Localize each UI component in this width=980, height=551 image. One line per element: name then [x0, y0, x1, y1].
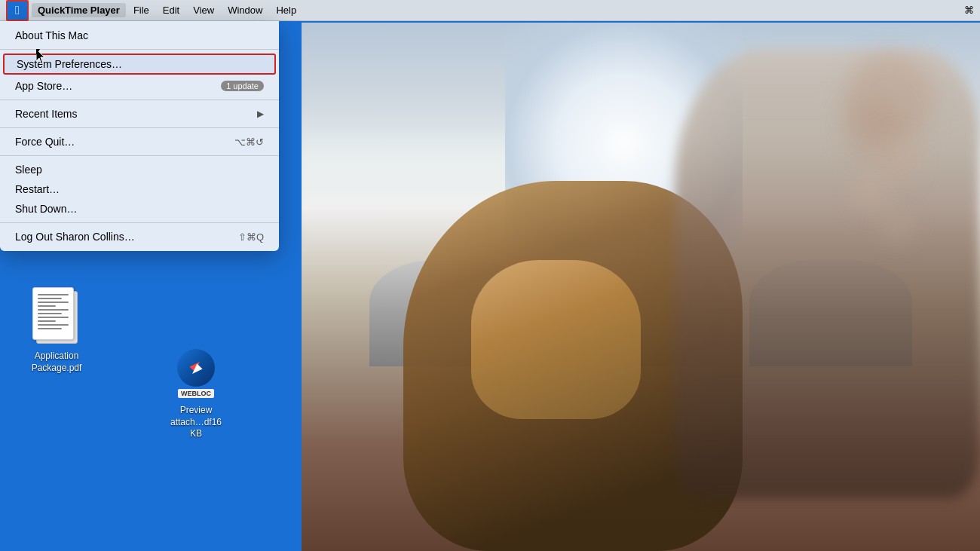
wifi-icon[interactable]: ⌘ — [964, 5, 974, 16]
menu-item-shutdown[interactable]: Shut Down… — [0, 199, 279, 219]
pdf-icon-label: Application Package.pdf — [23, 349, 90, 375]
menu-item-restart[interactable]: Restart… — [0, 179, 279, 199]
desktop-icon-preview-attach[interactable]: WEBLOC Previewattach…df16 KB — [162, 339, 230, 442]
safari-compass-icon — [177, 349, 215, 387]
menu-item-about-mac[interactable]: About This Mac — [0, 26, 279, 45]
menu-item-app-store[interactable]: App Store… 1 update — [0, 76, 279, 96]
force-quit-shortcut: ⌥⌘↺ — [234, 136, 264, 148]
desktop-icon-application-package[interactable]: Application Package.pdf — [23, 285, 90, 375]
menubar-items: QuickTime Player File Edit View Window H… — [32, 3, 302, 17]
desktop:  QuickTime Player File Edit View Window… — [0, 0, 980, 551]
logout-shortcut: ⇧⌘Q — [238, 231, 264, 243]
apple-menu-button[interactable]:  — [6, 0, 29, 21]
webloc-icon-label: Previewattach…df16 KB — [162, 403, 230, 442]
menu-separator-1 — [0, 49, 279, 50]
webloc-tag: WEBLOC — [178, 389, 214, 398]
app-store-badge: 1 update — [221, 81, 264, 91]
menu-item-sleep[interactable]: Sleep — [0, 160, 279, 179]
menubar:  QuickTime Player File Edit View Window… — [0, 0, 980, 21]
menu-item-recent-items[interactable]: Recent Items ▶ — [0, 104, 279, 124]
menubar-view[interactable]: View — [187, 3, 220, 17]
menu-separator-3 — [0, 127, 279, 128]
menubar-right: ⌘ — [964, 5, 974, 16]
menu-separator-2 — [0, 99, 279, 100]
desktop-wallpaper — [302, 23, 980, 551]
menu-separator-5 — [0, 222, 279, 223]
apple-menu-dropdown: About This Mac System Preferences… App S… — [0, 21, 279, 251]
webloc-icon: WEBLOC — [168, 339, 225, 403]
menubar-file[interactable]: File — [127, 3, 155, 17]
compass-needle-icon — [188, 360, 204, 375]
menu-item-system-preferences[interactable]: System Preferences… — [3, 54, 276, 75]
pdf-icon — [29, 285, 85, 349]
apple-logo-icon:  — [15, 5, 20, 17]
menubar-edit[interactable]: Edit — [157, 3, 185, 17]
recent-items-arrow: ▶ — [257, 109, 264, 119]
menu-item-logout[interactable]: Log Out Sharon Collins… ⇧⌘Q — [0, 227, 279, 246]
menu-separator-4 — [0, 155, 279, 156]
menubar-quicktime[interactable]: QuickTime Player — [32, 3, 126, 17]
menubar-help[interactable]: Help — [270, 3, 302, 17]
menu-item-force-quit[interactable]: Force Quit… ⌥⌘↺ — [0, 132, 279, 152]
menubar-window[interactable]: Window — [222, 3, 268, 17]
